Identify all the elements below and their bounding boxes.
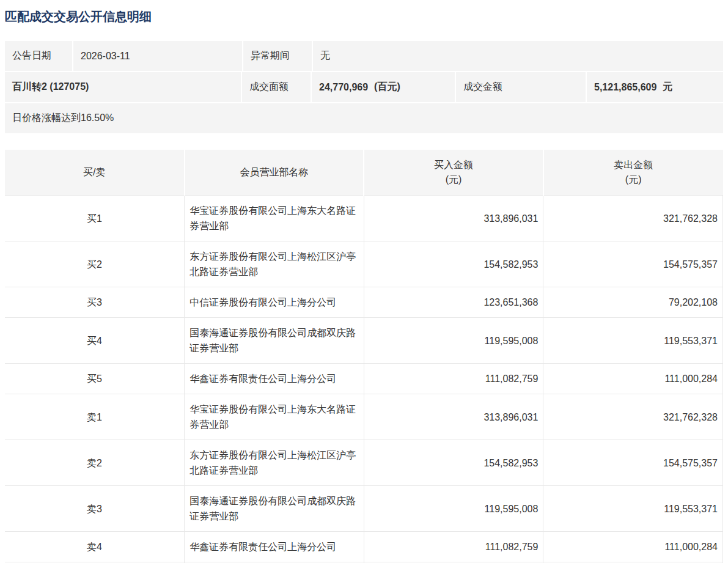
member-cell: 华鑫证券有限责任公司上海分公司: [185, 532, 364, 562]
side-cell: 买3: [5, 287, 185, 318]
member-cell: 东方证券股份有限公司上海松江区沪亭北路证券营业部: [185, 241, 364, 287]
header-buy-amount-line1: 买入金额: [369, 158, 538, 172]
announce-date-label: 公告日期: [5, 41, 72, 71]
member-cell: 华宝证券股份有限公司上海东大名路证券营业部: [185, 394, 364, 440]
table-row: 买5 华鑫证券有限责任公司上海分公司 111,082,759 111,000,2…: [5, 364, 723, 394]
member-cell: 华宝证券股份有限公司上海东大名路证券营业部: [185, 196, 364, 241]
trade-detail-table: 买/卖 会员营业部名称 买入金额 (元) 卖出金额 (元) 买1 华宝证券股份有…: [5, 150, 723, 563]
header-sell-amount-line2: (元): [549, 172, 718, 187]
table-row: 卖1 华宝证券股份有限公司上海东大名路证券营业部 313,896,031 321…: [5, 394, 723, 440]
header-side: 买/卖: [5, 150, 185, 196]
side-cell: 买2: [5, 241, 185, 287]
side-cell: 卖1: [5, 394, 185, 440]
buy-amount-cell: 123,651,368: [364, 287, 543, 318]
buy-amount-cell: 111,082,759: [364, 532, 543, 562]
member-cell: 国泰海通证券股份有限公司成都双庆路证券营业部: [185, 486, 364, 532]
sell-amount-cell: 321,762,328: [543, 394, 723, 440]
sell-amount-cell: 119,553,371: [543, 486, 723, 532]
info-row-date: 公告日期 2026-03-11 异常期间 无: [5, 41, 723, 71]
table-row: 买3 中信证券股份有限公司上海分公司 123,651,368 79,202,10…: [5, 287, 723, 318]
summary-info-panel: 公告日期 2026-03-11 异常期间 无 百川转2 (127075) 成交面…: [5, 41, 723, 133]
announce-date-value: 2026-03-11: [73, 41, 242, 71]
buy-amount-cell: 119,595,008: [364, 486, 543, 532]
header-sell-amount-line1: 卖出金额: [549, 158, 718, 172]
turnover-value: 5,121,865,609元: [587, 72, 723, 102]
header-buy-amount: 买入金额 (元): [364, 150, 543, 196]
table-row: 买2 东方证券股份有限公司上海松江区沪亭北路证券营业部 154,582,953 …: [5, 241, 723, 287]
security-name: 百川转2 (127075): [5, 72, 241, 102]
info-row-trigger: 日价格涨幅达到16.50%: [5, 103, 723, 133]
header-sell-amount: 卖出金额 (元): [543, 150, 723, 196]
face-value-number: 24,770,969: [319, 82, 368, 93]
member-cell: 中信证券股份有限公司上海分公司: [185, 287, 364, 318]
header-buy-amount-line2: (元): [369, 172, 538, 187]
table-row: 卖4 华鑫证券有限责任公司上海分公司 111,082,759 111,000,2…: [5, 532, 723, 562]
buy-amount-cell: 119,595,008: [364, 318, 543, 364]
trigger-note: 日价格涨幅达到16.50%: [5, 103, 723, 133]
sell-amount-cell: 111,000,284: [543, 364, 723, 394]
header-member: 会员营业部名称: [185, 150, 364, 196]
turnover-label: 成交金额: [456, 72, 586, 102]
member-cell: 国泰海通证券股份有限公司成都双庆路证券营业部: [185, 318, 364, 364]
abnormal-period-value: 无: [313, 41, 723, 71]
buy-amount-cell: 111,082,759: [364, 364, 543, 394]
table-row: 卖2 东方证券股份有限公司上海松江区沪亭北路证券营业部 154,582,953 …: [5, 440, 723, 486]
sell-amount-cell: 154,575,357: [543, 241, 723, 287]
page-title: 匹配成交交易公开信息明细: [5, 9, 723, 24]
buy-amount-cell: 313,896,031: [364, 394, 543, 440]
side-cell: 买1: [5, 196, 185, 241]
member-cell: 华鑫证券有限责任公司上海分公司: [185, 364, 364, 394]
side-cell: 卖2: [5, 440, 185, 486]
sell-amount-cell: 321,762,328: [543, 196, 723, 241]
buy-amount-cell: 154,582,953: [364, 440, 543, 486]
member-cell: 东方证券股份有限公司上海松江区沪亭北路证券营业部: [185, 440, 364, 486]
buy-amount-cell: 154,582,953: [364, 241, 543, 287]
sell-amount-cell: 79,202,108: [543, 287, 723, 318]
table-header-row: 买/卖 会员营业部名称 买入金额 (元) 卖出金额 (元): [5, 150, 723, 196]
table-row: 卖3 国泰海通证券股份有限公司成都双庆路证券营业部 119,595,008 11…: [5, 486, 723, 532]
turnover-unit: 元: [663, 81, 672, 94]
sell-amount-cell: 154,575,357: [543, 440, 723, 486]
side-cell: 卖4: [5, 532, 185, 562]
face-value-unit: (百元): [374, 81, 400, 94]
face-value-label: 成交面额: [242, 72, 311, 102]
side-cell: 买4: [5, 318, 185, 364]
info-row-security: 百川转2 (127075) 成交面额 24,770,969(百元) 成交金额 5…: [5, 72, 723, 102]
side-cell: 买5: [5, 364, 185, 394]
buy-amount-cell: 313,896,031: [364, 196, 543, 241]
table-row: 买4 国泰海通证券股份有限公司成都双庆路证券营业部 119,595,008 11…: [5, 318, 723, 364]
face-value: 24,770,969(百元): [312, 72, 455, 102]
abnormal-period-label: 异常期间: [243, 41, 312, 71]
side-cell: 卖3: [5, 486, 185, 532]
table-row: 买1 华宝证券股份有限公司上海东大名路证券营业部 313,896,031 321…: [5, 196, 723, 241]
sell-amount-cell: 111,000,284: [543, 532, 723, 562]
sell-amount-cell: 119,553,371: [543, 318, 723, 364]
turnover-number: 5,121,865,609: [594, 82, 656, 93]
